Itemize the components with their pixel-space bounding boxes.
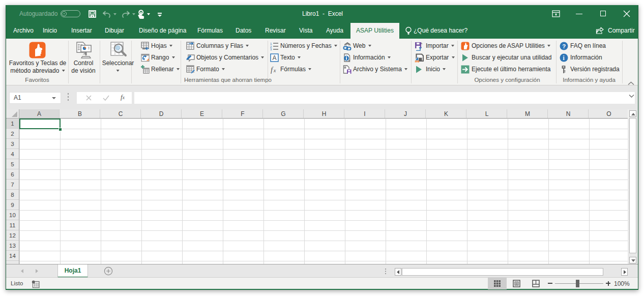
svg-text:3: 3 [270,48,272,50]
svg-text:?: ? [562,43,566,49]
svg-text:A: A [273,54,277,62]
svg-text:x: x [273,68,276,73]
